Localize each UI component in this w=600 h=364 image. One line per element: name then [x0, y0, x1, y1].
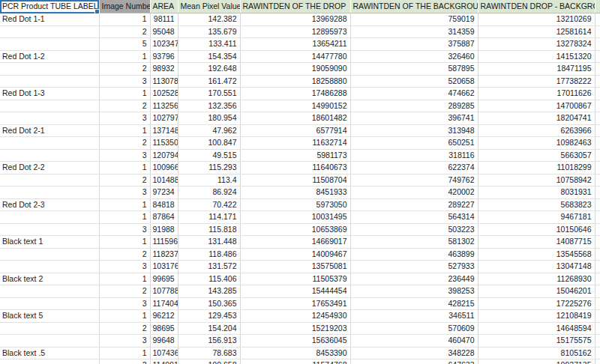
rawintden-drop-cell[interactable]: 15444454 [240, 285, 350, 298]
mean-pixel-cell[interactable]: 78.683 [178, 347, 240, 360]
tube-label-cell[interactable] [0, 38, 99, 51]
header-rawintden-diff[interactable]: RAWINTDEN DROP - BACKGROUND [478, 0, 595, 13]
image-number-cell[interactable]: 1 [99, 273, 150, 285]
mean-pixel-cell[interactable]: 114.171 [178, 211, 240, 224]
area-cell[interactable]: 107788 [150, 285, 178, 298]
tube-label-cell[interactable]: Black text .5 [0, 347, 99, 360]
spacer-cell[interactable] [595, 63, 600, 76]
rawintden-drop-cell[interactable]: 18601482 [240, 112, 350, 125]
mean-pixel-cell[interactable]: 192.648 [178, 63, 240, 76]
rawintden-diff-cell[interactable]: 14700867 [478, 100, 595, 112]
rawintden-drop-cell[interactable]: 12454930 [240, 310, 350, 323]
mean-pixel-cell[interactable]: 131.448 [178, 236, 240, 249]
rawintden-background-cell[interactable]: 398253 [350, 285, 478, 298]
header-rawintden-background[interactable]: RAWINTDEN OF THE BACKGROUND [350, 0, 478, 13]
rawintden-drop-cell[interactable]: 14990152 [240, 100, 350, 112]
mean-pixel-cell[interactable]: 142.382 [178, 13, 240, 26]
rawintden-background-cell[interactable]: 570609 [350, 322, 478, 335]
image-number-cell[interactable]: 1 [99, 236, 150, 249]
spacer-cell[interactable] [595, 236, 600, 249]
spacer-cell[interactable] [595, 38, 600, 51]
header-area[interactable]: AREA [150, 0, 178, 13]
mean-pixel-cell[interactable]: 132.356 [178, 100, 240, 112]
rawintden-drop-cell[interactable]: 14477780 [240, 50, 350, 63]
spacer-cell[interactable] [595, 310, 600, 323]
tube-label-cell[interactable]: Black text 1 [0, 236, 99, 249]
spacer-cell[interactable] [595, 248, 600, 261]
rawintden-drop-cell[interactable]: 12895973 [240, 25, 350, 38]
rawintden-drop-cell[interactable]: 14669017 [240, 236, 350, 249]
area-cell[interactable]: 111596 [150, 236, 178, 249]
mean-pixel-cell[interactable]: 154.204 [178, 322, 240, 335]
rawintden-diff-cell[interactable]: 17225276 [478, 297, 595, 310]
mean-pixel-cell[interactable]: 180.954 [178, 112, 240, 125]
rawintden-background-cell[interactable]: 527933 [350, 261, 478, 273]
image-number-cell[interactable]: 1 [99, 88, 150, 100]
area-cell[interactable]: 97234 [150, 186, 178, 199]
mean-pixel-cell[interactable]: 115.406 [178, 273, 240, 285]
rawintden-diff-cell[interactable]: 13278324 [478, 38, 595, 51]
rawintden-diff-cell[interactable]: 10150646 [478, 223, 595, 236]
tube-label-cell[interactable] [0, 335, 99, 348]
rawintden-drop-cell[interactable]: 11505379 [240, 273, 350, 285]
tube-label-cell[interactable]: Red Dot 1-1 [0, 13, 99, 26]
tube-label-cell[interactable] [0, 211, 99, 224]
rawintden-diff-cell[interactable]: 9467181 [478, 211, 595, 224]
tube-label-cell[interactable] [0, 186, 99, 199]
image-number-cell[interactable]: 1 [99, 310, 150, 323]
rawintden-diff-cell[interactable]: 13545568 [478, 248, 595, 261]
rawintden-diff-cell[interactable]: 14151320 [478, 50, 595, 63]
mean-pixel-cell[interactable]: 135.679 [178, 25, 240, 38]
header-tube-label[interactable]: PCR Product TUBE LABEL [0, 0, 99, 13]
rawintden-background-cell[interactable]: 587895 [350, 63, 478, 76]
rawintden-drop-cell[interactable]: 14009467 [240, 248, 350, 261]
image-number-cell[interactable]: 2 [99, 137, 150, 150]
mean-pixel-cell[interactable]: 129.453 [178, 310, 240, 323]
rawintden-background-cell[interactable]: 326460 [350, 50, 478, 63]
spacer-cell[interactable] [595, 100, 600, 112]
tube-label-cell[interactable] [0, 297, 99, 310]
rawintden-drop-cell[interactable]: 13654211 [240, 38, 350, 51]
rawintden-drop-cell[interactable]: 10653869 [240, 223, 350, 236]
spacer-cell[interactable] [595, 75, 600, 88]
rawintden-drop-cell[interactable]: 11632714 [240, 137, 350, 150]
rawintden-background-cell[interactable]: 348228 [350, 347, 478, 360]
mean-pixel-cell[interactable]: 133.411 [178, 38, 240, 51]
rawintden-background-cell[interactable]: 346511 [350, 310, 478, 323]
tube-label-cell[interactable]: Red Dot 1-3 [0, 88, 99, 100]
rawintden-drop-cell[interactable]: 17486288 [240, 88, 350, 100]
area-cell[interactable]: 87864 [150, 211, 178, 224]
mean-pixel-cell[interactable]: 113.4 [178, 174, 240, 186]
area-cell[interactable]: 91988 [150, 223, 178, 236]
image-number-cell[interactable]: 3 [99, 261, 150, 273]
rawintden-background-cell[interactable]: 749762 [350, 174, 478, 186]
tube-label-cell[interactable] [0, 285, 99, 298]
tube-label-cell[interactable]: Red Dot 2-2 [0, 162, 99, 175]
mean-pixel-cell[interactable]: 70.422 [178, 198, 240, 211]
rawintden-background-cell[interactable]: 428215 [350, 297, 478, 310]
tube-label-cell[interactable]: Red Dot 2-1 [0, 124, 99, 137]
rawintden-background-cell[interactable]: 289227 [350, 198, 478, 211]
area-cell[interactable]: 114991 [150, 360, 178, 364]
mean-pixel-cell[interactable]: 170.551 [178, 88, 240, 100]
image-number-cell[interactable]: 3 [99, 297, 150, 310]
rawintden-background-cell[interactable]: 460470 [350, 335, 478, 348]
rawintden-background-cell[interactable]: 622374 [350, 162, 478, 175]
rawintden-background-cell[interactable]: 503223 [350, 223, 478, 236]
rawintden-background-cell[interactable]: 759019 [350, 13, 478, 26]
tube-label-cell[interactable] [0, 261, 99, 273]
mean-pixel-cell[interactable]: 100.847 [178, 137, 240, 150]
image-number-cell[interactable]: 1 [99, 347, 150, 360]
rawintden-background-cell[interactable]: 581302 [350, 236, 478, 249]
image-number-cell[interactable]: 2 [99, 100, 150, 112]
rawintden-diff-cell[interactable]: 15175575 [478, 335, 595, 348]
mean-pixel-cell[interactable]: 100.658 [178, 360, 240, 364]
image-number-cell[interactable]: 2 [99, 25, 150, 38]
rawintden-background-cell[interactable]: 564314 [350, 211, 478, 224]
spacer-cell[interactable] [595, 88, 600, 100]
image-number-cell[interactable]: 3 [99, 186, 150, 199]
rawintden-background-cell[interactable]: 289285 [350, 100, 478, 112]
tube-label-cell[interactable] [0, 360, 99, 364]
tube-label-cell[interactable] [0, 100, 99, 112]
mean-pixel-cell[interactable]: 156.913 [178, 335, 240, 348]
